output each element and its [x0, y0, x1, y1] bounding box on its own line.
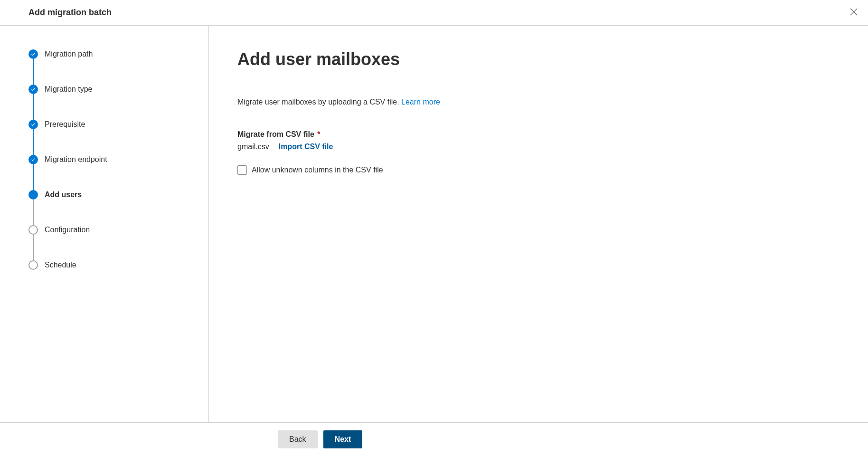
next-button[interactable]: Next: [323, 430, 363, 448]
description-text: Migrate user mailboxes by uploading a CS…: [237, 98, 401, 106]
allow-unknown-columns-row: Allow unknown columns in the CSV file: [237, 165, 840, 175]
step-migration-endpoint[interactable]: Migration endpoint: [28, 155, 208, 190]
back-button[interactable]: Back: [278, 430, 318, 448]
step-prerequisite[interactable]: Prerequisite: [28, 120, 208, 155]
step-configuration[interactable]: Configuration: [28, 225, 208, 260]
csv-field-label: Migrate from CSV file *: [237, 130, 840, 139]
step-label: Migration path: [45, 49, 93, 59]
step-indicator-completed: [28, 155, 38, 164]
import-csv-link[interactable]: Import CSV file: [279, 142, 333, 151]
step-indicator-upcoming: [28, 260, 38, 270]
step-label: Prerequisite: [45, 120, 85, 129]
step-connector: [33, 200, 34, 225]
csv-file-name: gmail.csv: [237, 142, 269, 151]
step-label: Configuration: [45, 225, 90, 235]
page-description: Migrate user mailboxes by uploading a CS…: [237, 98, 840, 106]
step-indicator-upcoming: [28, 225, 38, 235]
step-indicator-completed: [28, 85, 38, 94]
close-button[interactable]: [848, 7, 859, 19]
learn-more-link[interactable]: Learn more: [401, 98, 440, 106]
checkmark-icon: [31, 52, 36, 57]
dialog-footer: Back Next: [0, 423, 868, 456]
step-indicator-completed: [28, 120, 38, 129]
wizard-steps-sidebar: Migration path Migration type Prerequisi…: [0, 26, 209, 422]
dialog-title: Add migration batch: [28, 8, 112, 18]
wizard-steps-list: Migration path Migration type Prerequisi…: [28, 49, 208, 270]
checkmark-icon: [31, 87, 36, 92]
step-label: Migration endpoint: [45, 155, 107, 164]
migration-batch-dialog: Add migration batch Migration path: [0, 0, 868, 456]
step-label: Schedule: [45, 260, 76, 270]
csv-field-label-text: Migrate from CSV file: [237, 130, 314, 138]
step-connector: [33, 94, 34, 120]
allow-unknown-columns-checkbox[interactable]: [237, 165, 247, 175]
required-indicator: *: [315, 130, 321, 138]
step-label: Migration type: [45, 85, 93, 94]
step-connector: [33, 59, 34, 85]
step-migration-path[interactable]: Migration path: [28, 49, 208, 85]
step-migration-type[interactable]: Migration type: [28, 85, 208, 120]
step-connector: [33, 235, 34, 260]
checkmark-icon: [31, 122, 36, 127]
main-content: Add user mailboxes Migrate user mailboxe…: [209, 26, 868, 422]
dialog-body: Migration path Migration type Prerequisi…: [0, 26, 868, 423]
step-add-users[interactable]: Add users: [28, 190, 208, 225]
step-label: Add users: [45, 190, 82, 200]
step-connector: [33, 129, 34, 155]
checkmark-icon: [31, 157, 36, 162]
step-indicator-completed: [28, 49, 38, 59]
csv-file-row: gmail.csv Import CSV file: [237, 142, 840, 151]
allow-unknown-columns-label: Allow unknown columns in the CSV file: [252, 166, 383, 174]
close-icon: [850, 7, 858, 18]
dialog-header: Add migration batch: [0, 0, 868, 26]
step-schedule[interactable]: Schedule: [28, 260, 208, 270]
page-title: Add user mailboxes: [237, 49, 840, 69]
step-connector: [33, 164, 34, 190]
step-indicator-current: [28, 190, 38, 200]
